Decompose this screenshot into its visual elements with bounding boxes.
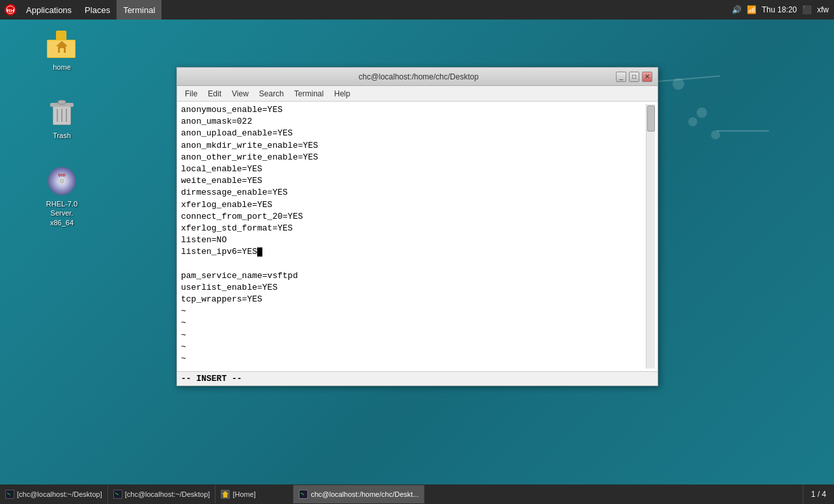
terminal-line: tcp_wrappers=YES [181, 294, 646, 305]
terminal-titlebar: chc@localhost:/home/chc/Desktop _ □ ✕ [177, 68, 658, 86]
wm-label: xfw [817, 5, 829, 14]
svg-point-20 [60, 179, 64, 183]
terminal-line: dirmessage_enable=YES [181, 187, 646, 199]
trash-icon [46, 97, 77, 128]
svg-text:RH: RH [7, 8, 14, 14]
taskbar-top-right: 🔊 📶 Thu 18:20 ⬛ xfw [732, 5, 834, 14]
terminal-line: ~ [181, 329, 646, 341]
terminal-line: xferlog_std_format=YES [181, 223, 646, 234]
taskbar-bottom: [chc@localhost:~/Desktop] [chc@localhost… [0, 484, 834, 504]
menu-edit[interactable]: Edit [202, 88, 227, 100]
volume-icon[interactable]: 🔊 [732, 5, 742, 14]
terminal-line: anonymous_enable=YES [181, 104, 646, 116]
minimize-button[interactable]: _ [616, 72, 626, 82]
taskbar-item-1[interactable]: [chc@localhost:~/Desktop] [108, 485, 216, 503]
svg-rect-30 [223, 494, 227, 497]
terminal-menu[interactable]: Terminal [117, 0, 161, 20]
terminal-icon [5, 490, 14, 499]
terminal-line: weite_enable=YES [181, 175, 646, 187]
trash-icon-label: Trash [53, 131, 71, 140]
clock: Thu 18:20 [762, 5, 797, 14]
desktop-icon-trash[interactable]: Trash [36, 94, 88, 143]
applications-menu[interactable]: Applications [20, 0, 78, 20]
svg-rect-5 [56, 31, 66, 41]
terminal-line: ~ [181, 353, 646, 365]
dvd-icon: DVD [46, 165, 77, 197]
titlebar-buttons: _ □ ✕ [616, 72, 652, 82]
terminal-cursor-line: listen_ipv6=YES [181, 246, 646, 258]
desktop-icon-dvd[interactable]: DVD RHEL-7.0 Server. x86_64 [36, 163, 88, 230]
terminal-window: chc@localhost:/home/chc/Desktop _ □ ✕ Fi… [176, 67, 658, 386]
terminal-line: anon_umask=022 [181, 116, 646, 128]
terminal-line: listen=NO [181, 234, 646, 246]
desktop-icon-home[interactable]: home [36, 26, 88, 74]
terminal-icon [113, 490, 122, 499]
svg-rect-13 [58, 100, 66, 104]
wm-icon: ⬛ [802, 5, 812, 14]
dvd-icon-label: RHEL-7.0 Server. x86_64 [38, 199, 85, 227]
taskbar-item-2[interactable]: [Home] [215, 485, 294, 503]
terminal-scrollbar[interactable] [646, 104, 655, 369]
terminal-line: ~ [181, 341, 646, 353]
maximize-button[interactable]: □ [629, 72, 639, 82]
taskbar-item-3[interactable]: chc@localhost:/home/chc/Deskt... [294, 485, 424, 503]
terminal-line: local_enable=YES [181, 163, 646, 175]
terminal-line: anon_mkdir_write_enable=YES [181, 140, 646, 152]
terminal-statusbar: -- INSERT -- [177, 371, 658, 385]
text-cursor [257, 247, 262, 257]
desktop: RH Applications Places Terminal 🔊 📶 Thu … [0, 0, 834, 504]
terminal-line [181, 258, 646, 270]
terminal-text: anonymous_enable=YES anon_umask=022 anon… [181, 104, 646, 369]
terminal-line: pam_service_name=vsftpd [181, 270, 646, 282]
close-button[interactable]: ✕ [642, 72, 652, 82]
home-icon-label: home [53, 63, 71, 72]
home-taskbar-icon [221, 490, 230, 499]
terminal-line: anon_upload_enable=YES [181, 128, 646, 139]
svg-rect-9 [60, 48, 64, 53]
menu-terminal[interactable]: Terminal [289, 88, 329, 100]
network-icon[interactable]: 📶 [747, 5, 757, 14]
terminal-line: ~ [181, 305, 646, 317]
menu-view[interactable]: View [227, 88, 254, 100]
svg-text:DVD: DVD [59, 173, 66, 177]
terminal-line: xferlog_enable=YES [181, 199, 646, 211]
menu-help[interactable]: Help [329, 88, 355, 100]
home-folder-icon [46, 29, 77, 60]
taskbar-item-0[interactable]: [chc@localhost:~/Desktop] [0, 485, 108, 503]
app-logo: RH [1, 1, 20, 19]
menu-file[interactable]: File [180, 88, 202, 100]
scrollbar-thumb[interactable] [647, 105, 655, 132]
workspace-pager[interactable]: 1 / 4 [803, 484, 834, 504]
terminal-line: ~ [181, 365, 646, 369]
terminal-active-icon [299, 490, 308, 499]
places-menu[interactable]: Places [78, 0, 117, 20]
terminal-line: anon_other_write_enable=YES [181, 152, 646, 163]
terminal-content[interactable]: anonymous_enable=YES anon_umask=022 anon… [177, 102, 658, 371]
terminal-line: connect_from_port_20=YES [181, 211, 646, 223]
terminal-title: chc@localhost:/home/chc/Desktop [221, 72, 616, 81]
terminal-menubar: File Edit View Search Terminal Help [177, 86, 658, 102]
menu-search[interactable]: Search [254, 88, 289, 100]
terminal-line: ~ [181, 317, 646, 329]
terminal-line: userlist_enable=YES [181, 282, 646, 294]
taskbar-top: RH Applications Places Terminal 🔊 📶 Thu … [0, 0, 834, 20]
